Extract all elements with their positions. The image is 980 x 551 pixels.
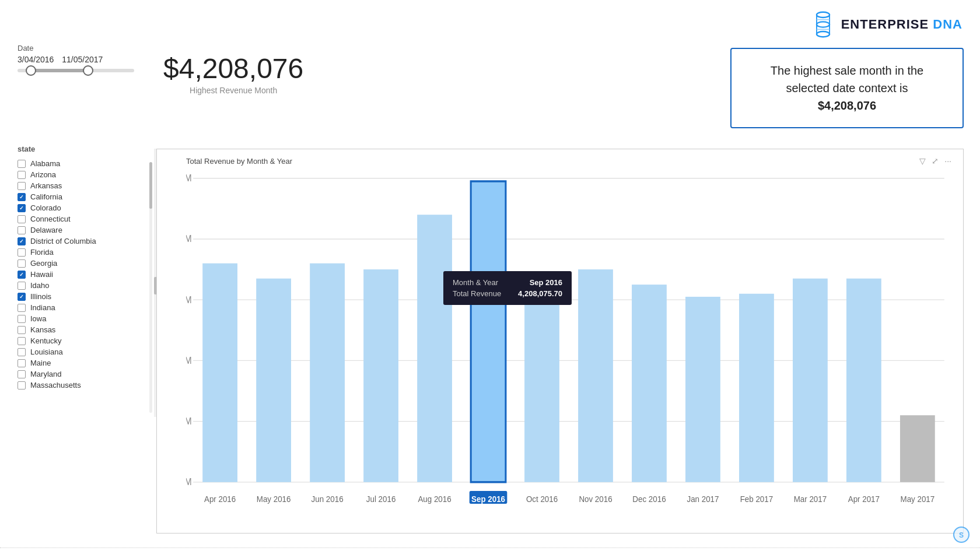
state-name: Georgia (30, 259, 57, 268)
chart-bar[interactable] (524, 297, 559, 482)
more-icon[interactable]: ··· (944, 156, 951, 166)
chart-bar[interactable] (363, 269, 398, 482)
state-checkbox[interactable] (18, 326, 26, 334)
chart-bar[interactable] (471, 181, 506, 482)
svg-text:Nov 2016: Nov 2016 (579, 494, 612, 504)
svg-text:Aug 2016: Aug 2016 (418, 494, 451, 504)
chart-bar[interactable] (256, 279, 291, 482)
state-item[interactable]: Illinois (18, 291, 155, 302)
kpi-section: $4,208,076 Highest Revenue Month (163, 52, 303, 95)
state-checkbox[interactable] (18, 248, 26, 257)
slider-thumb-right[interactable] (83, 65, 93, 76)
state-item[interactable]: California (18, 191, 155, 202)
state-checkbox[interactable] (18, 282, 26, 290)
state-checkbox[interactable] (18, 259, 26, 268)
state-item[interactable]: Hawaii (18, 269, 155, 280)
state-checkbox[interactable] (18, 271, 26, 279)
state-name: Hawaii (30, 270, 53, 279)
state-item[interactable]: Massachusetts (18, 380, 155, 391)
state-checkbox[interactable] (18, 337, 26, 345)
state-item[interactable]: Louisiana (18, 346, 155, 357)
state-checkbox[interactable] (18, 171, 26, 179)
chart-icons: ▽ ⤢ ··· (919, 156, 951, 166)
state-name: Illinois (30, 292, 51, 301)
state-checkbox[interactable] (18, 293, 26, 301)
state-checkbox[interactable] (18, 226, 26, 234)
chart-bar[interactable] (685, 297, 720, 482)
state-list: AlabamaArizonaArkansasCaliforniaColorado… (18, 158, 155, 391)
svg-text:Jul 2016: Jul 2016 (366, 494, 396, 504)
state-checkbox[interactable] (18, 237, 26, 245)
svg-text:Jan 2017: Jan 2017 (687, 494, 719, 504)
svg-text:Jun 2016: Jun 2016 (312, 494, 344, 504)
date-filter-section: Date 3/04/2016 11/05/2017 (18, 44, 134, 72)
chart-container: Total Revenue by Month & Year ▽ ⤢ ··· 5M… (156, 149, 964, 534)
state-checkbox[interactable] (18, 304, 26, 312)
state-item[interactable]: Iowa (18, 313, 155, 324)
svg-point-0 (817, 12, 830, 17)
logo-text: ENTERPRISE DNA (841, 17, 963, 32)
state-checkbox[interactable] (18, 215, 26, 223)
state-item[interactable]: Kansas (18, 324, 155, 335)
logo-area: ENTERPRISE DNA (811, 10, 963, 38)
svg-text:May 2017: May 2017 (901, 494, 935, 504)
state-checkbox[interactable] (18, 193, 26, 201)
svg-point-1 (817, 22, 830, 27)
filter-icon[interactable]: ▽ (919, 156, 926, 166)
state-item[interactable]: District of Columbia (18, 236, 155, 247)
chart-bar[interactable] (846, 279, 881, 482)
state-checkbox[interactable] (18, 381, 26, 389)
state-checkbox[interactable] (18, 204, 26, 212)
state-name: Alabama (30, 159, 60, 168)
chart-bar[interactable] (417, 215, 452, 482)
svg-text:Mar 2017: Mar 2017 (794, 494, 827, 504)
state-checkbox[interactable] (18, 359, 26, 367)
slider-thumb-left[interactable] (26, 65, 36, 76)
state-filter-title: state (18, 145, 155, 153)
state-item[interactable]: Indiana (18, 302, 155, 313)
date-slider-track[interactable] (18, 69, 134, 72)
state-item[interactable]: Maryland (18, 368, 155, 380)
state-item[interactable]: Colorado (18, 202, 155, 213)
svg-text:Apr 2016: Apr 2016 (204, 494, 236, 504)
chart-bar[interactable] (632, 285, 667, 482)
chart-title: Total Revenue by Month & Year (186, 157, 292, 166)
svg-text:4M: 4M (186, 234, 192, 244)
svg-text:2M: 2M (186, 355, 192, 366)
state-item[interactable]: Alabama (18, 158, 155, 169)
date-range-display: 3/04/2016 11/05/2017 (18, 55, 134, 64)
state-checkbox[interactable] (18, 160, 26, 168)
state-item[interactable]: Idaho (18, 280, 155, 291)
state-item[interactable]: Kentucky (18, 335, 155, 346)
chart-bar[interactable] (310, 264, 345, 482)
state-item[interactable]: Connecticut (18, 213, 155, 224)
state-name: Maine (30, 359, 51, 367)
state-item[interactable]: Arizona (18, 169, 155, 180)
expand-icon[interactable]: ⤢ (932, 156, 939, 166)
state-item[interactable]: Maine (18, 357, 155, 368)
state-scrollbar-thumb[interactable] (149, 162, 152, 209)
state-checkbox[interactable] (18, 370, 26, 378)
chart-bar[interactable] (739, 294, 774, 482)
state-checkbox[interactable] (18, 348, 26, 356)
chart-bar[interactable] (900, 415, 935, 482)
subscribe-icon[interactable]: S (953, 527, 970, 543)
chart-svg: 5M4M3M2M1M0MApr 2016May 2016Jun 2016Jul … (186, 170, 951, 506)
state-item[interactable]: Georgia (18, 258, 155, 269)
svg-text:May 2016: May 2016 (257, 494, 291, 504)
svg-text:0M: 0M (186, 477, 192, 487)
bottom-bar (0, 548, 980, 551)
svg-text:5M: 5M (186, 173, 192, 183)
state-item[interactable]: Arkansas (18, 180, 155, 191)
dna-icon (811, 10, 835, 38)
chart-bar[interactable] (578, 269, 613, 482)
state-item[interactable]: Delaware (18, 224, 155, 236)
state-checkbox[interactable] (18, 315, 26, 323)
chart-bar[interactable] (793, 279, 828, 482)
state-scrollbar[interactable] (149, 162, 152, 413)
state-name: Arkansas (30, 181, 62, 190)
state-item[interactable]: Florida (18, 247, 155, 258)
state-checkbox[interactable] (18, 182, 26, 190)
kpi-value: $4,208,076 (163, 52, 303, 85)
chart-bar[interactable] (202, 264, 237, 482)
